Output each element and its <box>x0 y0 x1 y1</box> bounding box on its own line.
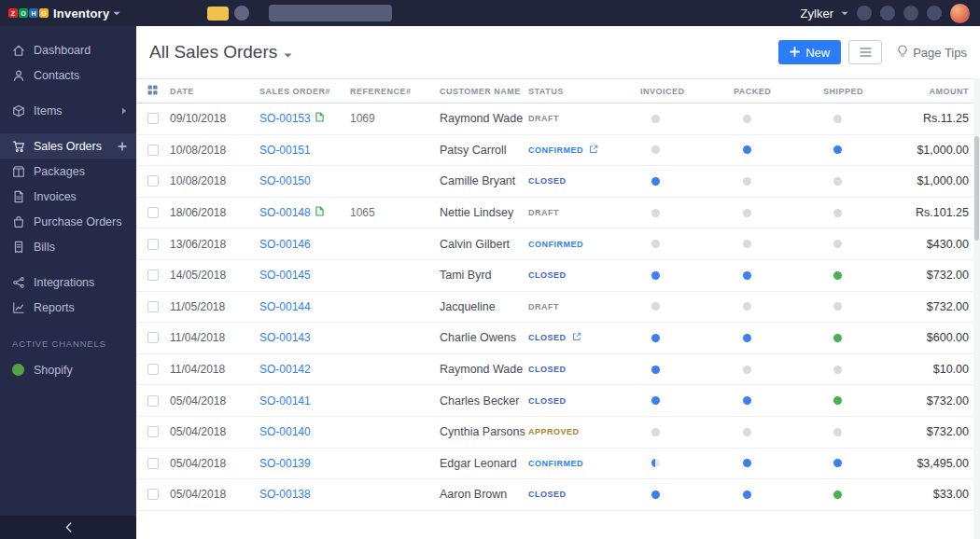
row-checkbox[interactable] <box>147 207 159 218</box>
sidebar-item-integrations[interactable]: Integrations <box>0 270 136 295</box>
row-checkbox[interactable] <box>147 301 159 312</box>
refer-icon[interactable] <box>857 6 872 21</box>
page-tips-button[interactable]: Page Tips <box>897 45 967 61</box>
table-row[interactable]: 11/04/2018 SO-00142 Raymond Wade CLOSED … <box>136 354 980 386</box>
list-options-button[interactable] <box>848 40 882 64</box>
sales-order-link[interactable]: SO-00148 <box>259 206 311 219</box>
sidebar-item-invoices[interactable]: Invoices <box>0 184 136 209</box>
table-row[interactable]: 05/04/2018 SO-00138 Aaron Brown CLOSED $… <box>136 479 980 511</box>
share-icon <box>572 331 581 344</box>
status-cell: CONFIRMED <box>528 459 640 468</box>
user-avatar[interactable] <box>950 4 970 23</box>
col-shipped[interactable]: SHIPPED <box>823 87 913 96</box>
table-row[interactable]: 05/04/2018 SO-00139 Edgar Leonard CONFIR… <box>136 449 980 480</box>
sidebar-item-packages[interactable]: Packages <box>0 159 136 184</box>
row-checkbox[interactable] <box>147 364 159 375</box>
table-row[interactable]: 14/05/2018 SO-00145 Tami Byrd CLOSED $73… <box>136 260 980 292</box>
zoho-inventory-logo[interactable]: Z O H O Inventory <box>0 7 136 21</box>
view-selector[interactable]: All Sales Orders <box>149 42 292 62</box>
sales-order-link[interactable]: SO-00144 <box>259 300 311 313</box>
row-checkbox[interactable] <box>147 270 159 281</box>
col-date[interactable]: DATE <box>170 87 259 96</box>
sales-order-link[interactable]: SO-00142 <box>259 363 311 376</box>
customize-columns-icon[interactable] <box>147 85 170 97</box>
checkbox-cell <box>147 364 170 375</box>
global-search-input[interactable] <box>269 5 392 21</box>
table-row[interactable]: 11/04/2018 SO-00143 Charlie Owens CLOSED… <box>136 323 980 354</box>
collapse-sidebar-button[interactable] <box>0 516 136 539</box>
sidebar-item-items[interactable]: Items <box>0 98 136 123</box>
col-sales-order[interactable]: SALES ORDER# <box>259 87 350 96</box>
sidebar-item-purchase-orders[interactable]: Purchase Orders <box>0 209 136 234</box>
settings-icon[interactable] <box>903 6 918 21</box>
trial-badge[interactable] <box>207 7 229 21</box>
sales-order-link[interactable]: SO-00151 <box>259 144 311 157</box>
sidebar-item-reports[interactable]: Reports <box>0 295 136 320</box>
packed-indicator <box>743 240 751 248</box>
row-checkbox[interactable] <box>147 332 159 343</box>
col-amount[interactable]: AMOUNT <box>913 87 969 96</box>
status-cell: DRAFT <box>528 208 640 217</box>
table-row[interactable]: 10/08/2018 SO-00150 Camille Bryant CLOSE… <box>136 166 980 198</box>
row-checkbox[interactable] <box>147 395 159 407</box>
order-date: 05/04/2018 <box>170 488 259 501</box>
add-sales-order-icon[interactable] <box>118 142 127 151</box>
sales-order-link[interactable]: SO-00141 <box>259 394 311 408</box>
sales-order-link[interactable]: SO-00143 <box>259 331 311 344</box>
table-row[interactable]: 05/04/2018 SO-00140 Cynthia Parsons APPR… <box>136 417 980 449</box>
sales-order-link[interactable]: SO-00139 <box>259 457 311 470</box>
scrollbar-thumb[interactable] <box>974 136 979 241</box>
sales-order-link[interactable]: SO-00138 <box>259 488 311 501</box>
col-status[interactable]: STATUS <box>528 87 640 96</box>
table-row[interactable]: 09/10/2018 SO-00153 1069 Raymond Wade DR… <box>136 104 980 135</box>
shipped-indicator <box>833 428 842 436</box>
new-button[interactable]: New <box>778 40 841 64</box>
home-icon <box>12 44 25 57</box>
sales-order-link[interactable]: SO-00145 <box>259 269 311 282</box>
scrollbar-track[interactable] <box>973 78 980 539</box>
sales-order-link[interactable]: SO-00146 <box>259 238 311 251</box>
row-checkbox[interactable] <box>147 175 159 187</box>
col-invoiced[interactable]: INVOICED <box>640 87 734 96</box>
row-checkbox[interactable] <box>147 113 159 124</box>
sales-order-link[interactable]: SO-00153 <box>259 112 311 125</box>
order-date: 09/10/2018 <box>170 112 259 125</box>
packed-cell <box>734 240 823 248</box>
invoiced-cell <box>640 177 734 186</box>
col-packed[interactable]: PACKED <box>734 87 823 96</box>
notifications-icon[interactable] <box>880 6 895 21</box>
checkbox-cell <box>147 113 170 124</box>
sidebar-item-sales-orders[interactable]: Sales Orders <box>0 133 136 159</box>
order-cell: SO-00144 <box>259 300 350 313</box>
shipped-indicator <box>833 177 842 186</box>
sidebar-item-dashboard[interactable]: Dashboard <box>0 37 136 62</box>
sidebar-item-shopify[interactable]: Shopify <box>0 357 136 382</box>
help-icon[interactable] <box>234 6 249 21</box>
table-row[interactable]: 11/05/2018 SO-00144 Jacqueline DRAFT $73… <box>136 292 980 324</box>
customer-name: Nettie Lindsey <box>440 206 528 219</box>
row-checkbox[interactable] <box>147 239 159 250</box>
packed-cell <box>734 366 823 374</box>
invoiced-indicator <box>651 396 660 405</box>
row-checkbox[interactable] <box>147 489 159 500</box>
row-checkbox[interactable] <box>147 458 159 469</box>
shipped-indicator <box>833 240 842 248</box>
order-date: 14/05/2018 <box>170 269 259 282</box>
row-checkbox[interactable] <box>147 426 159 437</box>
sales-order-link[interactable]: SO-00150 <box>259 174 311 187</box>
table-row[interactable]: 18/06/2018 SO-00148 1065 Nettie Lindsey … <box>136 198 980 229</box>
col-reference[interactable]: REFERENCE# <box>350 87 440 96</box>
table-row[interactable]: 05/04/2018 SO-00141 Charles Becker CLOSE… <box>136 385 980 417</box>
row-checkbox[interactable] <box>147 145 159 156</box>
sidebar-item-contacts[interactable]: Contacts <box>0 62 136 88</box>
table-row[interactable]: 10/08/2018 SO-00151 Patsy Carroll CONFIR… <box>136 135 980 167</box>
order-cell: SO-00142 <box>259 363 350 376</box>
sales-order-link[interactable]: SO-00140 <box>259 425 311 438</box>
apps-icon[interactable] <box>927 6 942 21</box>
sidebar-item-bills[interactable]: Bills <box>0 234 136 259</box>
org-switcher[interactable]: Zylker <box>801 7 848 21</box>
col-customer-name[interactable]: CUSTOMER NAME <box>440 87 528 96</box>
shipped-cell <box>823 271 913 280</box>
shipped-indicator <box>833 271 842 280</box>
table-row[interactable]: 13/06/2018 SO-00146 Calvin Gilbert CONFI… <box>136 228 980 260</box>
